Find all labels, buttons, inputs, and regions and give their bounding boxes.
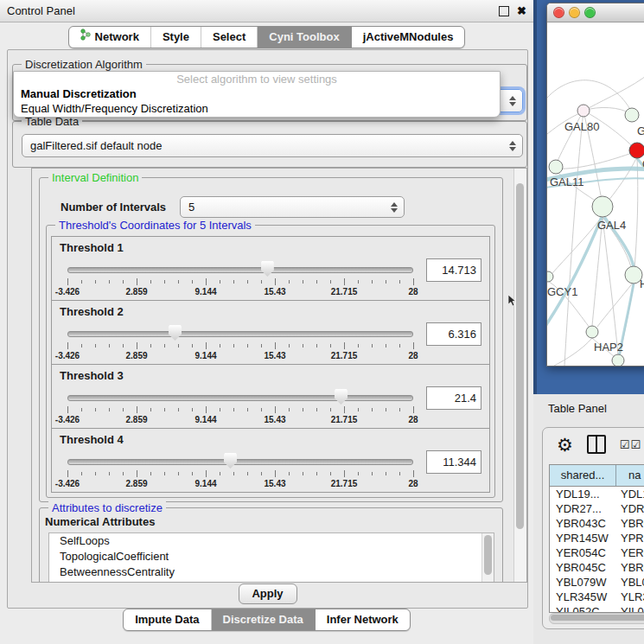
threshold-label: Threshold 4 [60,433,124,446]
column-header-name[interactable]: na [616,465,644,486]
zoom-traffic-light-icon[interactable] [584,7,596,18]
table-header-row: shared... na [550,465,644,487]
tab-style[interactable]: Style [151,27,201,48]
threshold-2-slider[interactable]: -3.4262.8599.14415.4321.71528 [67,325,413,361]
node-label-gal80: GAL80 [564,120,599,133]
threshold-value-field[interactable]: 11.344 [426,450,481,474]
threshold-value-field[interactable]: 21.4 [426,386,481,410]
numerical-attributes-list[interactable]: SelfLoopsTopologicalCoefficientBetweenne… [48,532,494,583]
float-window-icon[interactable] [499,6,509,16]
slider-ruler [67,406,413,414]
node-table: shared... na YDL19... YDL1 YDR27... YDR2 [549,464,644,613]
tab-label: jActiveMNodules [363,27,454,48]
tab-impute-data[interactable]: Impute Data [124,609,211,630]
table-row[interactable]: YBR043C YBR0 [550,516,644,531]
dropdown-placeholder-item[interactable]: Select algorithm to view settings [14,72,500,86]
tab-select[interactable]: Select [201,27,258,48]
group-title: Discretization Algorithm [22,58,146,71]
combo-arrows-icon [391,197,398,217]
table-row[interactable]: YLR345W YLR3 [550,590,644,604]
slider-track[interactable] [67,331,413,337]
desktop-background: GAL80 GA GAL11 C GAL4 GCY1 H HAP2 [533,0,644,394]
list-item[interactable]: SelfLoops [49,533,494,549]
minimize-traffic-light-icon[interactable] [569,7,580,18]
close-traffic-light-icon[interactable] [553,7,564,18]
node-label-gal4: GAL4 [597,219,626,232]
group-title: Interval Definition [48,171,142,184]
threshold-value-field[interactable]: 6.316 [426,322,481,346]
control-panel: Control Panel ✖ Network Style Select [0,0,534,644]
top-tab-group: Network Style Select Cyni Toolbox jActiv… [68,26,466,48]
table-body: YDL19... YDL1 YDR27... YDR2 YBR043C YBR0 [550,487,644,613]
list-scrollbar[interactable] [481,533,494,583]
slider-handle[interactable] [261,261,274,277]
table-panel: Table Panel ⚙ ☑☑ shared... na YDL19... Y… [533,394,644,644]
table-data-combobox[interactable]: galFiltered.sif default node [22,134,523,157]
settings-scrollbar[interactable] [513,169,526,582]
interval-definition-group: Interval Definition Number of Intervals … [39,177,503,502]
node-bottom[interactable] [612,354,624,366]
table-toolbar: ⚙ ☑☑ [543,428,644,461]
network-window-titlebar[interactable] [547,3,644,22]
tab-label: Discretize Data [223,609,303,630]
tab-label: Impute Data [135,609,199,630]
column-layout-icon[interactable] [587,435,606,454]
threshold-3-slider[interactable]: -3.4262.8599.14415.4321.71528 [67,389,413,425]
number-of-intervals-label: Number of Intervals [61,201,166,214]
tab-discretize-data[interactable]: Discretize Data [212,609,316,630]
group-title: Attributes to discretize [48,501,166,514]
slider-tick-labels: -3.4262.8599.14415.4321.71528 [67,287,413,297]
table-data-group: Table Data galFiltered.sif default node [12,121,527,168]
select-columns-icon[interactable]: ☑☑ [620,438,641,451]
column-header-shared-name[interactable]: shared... [550,465,616,486]
table-row[interactable]: YPR145W YPR1 [550,531,644,545]
threshold-3-block: Threshold 3 -3.4262.8599.14415.4321.7152… [51,364,490,429]
slider-ruler [67,342,413,350]
table-horizontal-scrollbar[interactable] [549,613,644,624]
threshold-value-field[interactable]: 14.713 [426,258,481,282]
slider-track[interactable] [67,459,413,465]
node-top-right[interactable] [625,108,639,122]
node-gal4[interactable] [592,196,613,217]
table-row[interactable]: YDR27... YDR2 [550,501,644,516]
tab-network[interactable]: Network [69,27,151,48]
close-icon[interactable]: ✖ [517,7,526,16]
slider-ruler [67,278,413,286]
table-row[interactable]: YBL079W YBL0 [550,575,644,590]
slider-track[interactable] [67,267,413,273]
table-row[interactable]: YBR045C YBR0 [550,560,644,575]
network-view-window[interactable]: GAL80 GA GAL11 C GAL4 GCY1 H HAP2 [546,3,644,367]
apply-button[interactable]: Apply [239,583,297,604]
dropdown-option-equal-width[interactable]: Equal Width/Frequency Discretization [14,101,500,116]
tab-jactivemnodules[interactable]: jActiveMNodules [352,27,465,48]
network-canvas[interactable]: GAL80 GA GAL11 C GAL4 GCY1 H HAP2 [547,22,644,366]
node-hap2[interactable] [586,326,598,338]
node-label-gcy1: GCY1 [547,285,577,298]
gear-icon[interactable]: ⚙ [557,436,573,454]
threshold-4-slider[interactable]: -3.4262.8599.14415.4321.71528 [67,453,413,489]
dropdown-option-manual[interactable]: Manual Discretization [14,86,500,101]
list-item[interactable]: BetweennessCentrality [49,564,494,580]
node-gcy1[interactable] [547,271,553,282]
number-of-intervals-combobox[interactable]: 5 [180,196,405,218]
right-side: GAL80 GA GAL11 C GAL4 GCY1 H HAP2 Table … [533,0,644,644]
thresholds-group: Threshold's Coordinates for 5 Intervals … [46,225,495,498]
tab-infer-network[interactable]: Infer Network [316,609,410,630]
node-red-selected[interactable] [629,143,644,158]
list-item[interactable]: TopologicalCoefficient [49,549,494,564]
threshold-1-slider[interactable]: -3.4262.8599.14415.4321.71528 [67,261,413,297]
control-panel-titlebar: Control Panel ✖ [0,0,533,22]
slider-track[interactable] [67,395,413,401]
tab-cyni-toolbox[interactable]: Cyni Toolbox [258,27,351,48]
node-gal80[interactable] [577,105,590,117]
slider-handle[interactable] [224,453,237,469]
node-gal11[interactable] [549,160,563,174]
table-row[interactable]: YER054C YER0 [550,545,644,560]
table-row[interactable]: YIL052C YIL0 [550,604,644,613]
cyni-toolbox-content: Discretization Algorithm Select algorith… [7,49,528,609]
slider-handle[interactable] [169,325,182,341]
slider-tick-labels: -3.4262.8599.14415.4321.71528 [67,479,413,489]
desktop-edge [533,0,537,394]
table-row[interactable]: YDL19... YDL1 [550,487,644,501]
slider-handle[interactable] [335,389,348,405]
